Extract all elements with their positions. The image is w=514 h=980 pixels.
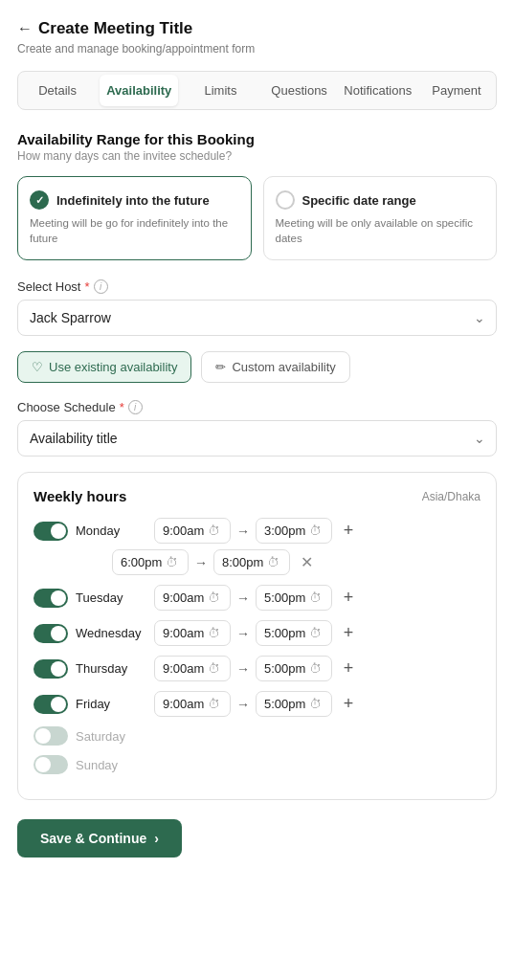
heart-icon: ♡ [32, 360, 43, 374]
schedule-info-icon[interactable]: i [128, 400, 143, 414]
monday-slot-2: 6:00pm ⏱ → 8:00pm ⏱ ✕ [112, 549, 480, 575]
monday-add-btn[interactable]: + [338, 521, 359, 542]
clock-icon: ⏱ [309, 661, 322, 676]
day-row-tuesday: Tuesday 9:00am ⏱ → 5:00pm ⏱ + [34, 585, 480, 611]
availability-range-subtitle: How many days can the invitee schedule? [17, 149, 497, 163]
arrow-icon: → [236, 590, 250, 606]
clock-icon: ⏱ [166, 555, 178, 569]
range-card-specific[interactable]: Specific date range Meeting will be only… [263, 176, 498, 260]
custom-availability-label: Custom availability [232, 360, 335, 374]
toggle-thursday[interactable] [34, 659, 68, 679]
radio-specific[interactable] [276, 190, 295, 210]
use-existing-label: Use existing availability [49, 360, 177, 374]
arrow-icon: → [236, 697, 250, 712]
page-title: Create Meeting Title [38, 19, 192, 38]
friday-add-btn[interactable]: + [338, 694, 359, 715]
schedule-select[interactable]: Availability title [17, 420, 497, 457]
day-row-sunday: Sunday [34, 755, 480, 774]
tuesday-slot-1: 9:00am ⏱ → 5:00pm ⏱ + [154, 585, 480, 611]
custom-availability-btn[interactable]: ✏ Custom availability [201, 351, 349, 383]
range-cards: Indefinitely into the future Meeting wil… [17, 176, 497, 260]
schedule-select-wrapper: Availability title ⌄ [17, 420, 497, 457]
clock-icon: ⏱ [309, 697, 322, 711]
tab-questions[interactable]: Questions [260, 72, 339, 109]
arrow-icon: → [236, 523, 250, 539]
tab-payment[interactable]: Payment [417, 72, 496, 109]
day-friday: Friday [76, 697, 146, 711]
thursday-start-1[interactable]: 9:00am ⏱ [154, 656, 231, 681]
toggle-sunday[interactable] [34, 755, 68, 774]
host-select-wrapper: Jack Sparrow ⌄ [17, 300, 497, 336]
tab-notifications[interactable]: Notifications [339, 72, 417, 109]
monday-end-1[interactable]: 3:00pm ⏱ [256, 518, 332, 544]
chevron-right-icon: › [154, 831, 159, 846]
day-row-wednesday: Wednesday 9:00am ⏱ → 5:00pm ⏱ + [34, 620, 480, 646]
back-header: ← Create Meeting Title [17, 19, 497, 38]
clock-icon: ⏱ [208, 590, 220, 605]
toggle-wednesday[interactable] [34, 624, 68, 643]
friday-slot-1: 9:00am ⏱ → 5:00pm ⏱ + [154, 691, 480, 717]
day-wednesday: Wednesday [76, 626, 146, 640]
pencil-icon: ✏ [215, 360, 226, 374]
schedule-field-label: Choose Schedule * i [17, 400, 497, 414]
clock-icon: ⏱ [309, 523, 322, 538]
save-continue-label: Save & Continue [40, 831, 146, 846]
tuesday-end-1[interactable]: 5:00pm ⏱ [256, 585, 332, 611]
arrow-icon: → [236, 661, 250, 677]
clock-icon: ⏱ [208, 626, 220, 640]
host-info-icon[interactable]: i [94, 279, 108, 294]
toggle-saturday[interactable] [34, 726, 68, 746]
host-field-label: Select Host * i [17, 279, 497, 294]
toggle-monday[interactable] [34, 522, 68, 541]
day-monday: Monday [76, 523, 146, 538]
wednesday-start-1[interactable]: 9:00am ⏱ [154, 620, 231, 646]
clock-icon: ⏱ [309, 626, 322, 640]
range-card-indefinitely-desc: Meeting will be go for indefinitely into… [30, 215, 239, 246]
weekly-title: Weekly hours [34, 488, 126, 504]
weekly-hours-card: Weekly hours Asia/Dhaka Monday 9:00am ⏱ … [17, 472, 497, 800]
monday-remove-slot-btn[interactable]: ✕ [296, 552, 317, 573]
day-row-thursday: Thursday 9:00am ⏱ → 5:00pm ⏱ + [34, 656, 480, 681]
tab-limits[interactable]: Limits [181, 72, 259, 109]
save-continue-button[interactable]: Save & Continue › [17, 819, 182, 858]
friday-end-1[interactable]: 5:00pm ⏱ [256, 691, 332, 717]
tuesday-add-btn[interactable]: + [338, 588, 359, 609]
friday-start-1[interactable]: 9:00am ⏱ [154, 691, 231, 717]
day-row-monday: Monday 9:00am ⏱ → 3:00pm ⏱ + [34, 518, 480, 575]
arrow-icon: → [194, 555, 208, 570]
tab-details[interactable]: Details [18, 72, 97, 109]
tuesday-start-1[interactable]: 9:00am ⏱ [154, 585, 231, 611]
day-sunday: Sunday [76, 758, 146, 772]
range-card-specific-desc: Meeting will be only available on specif… [276, 215, 485, 246]
day-row-friday: Friday 9:00am ⏱ → 5:00pm ⏱ + [34, 691, 480, 717]
back-arrow-icon[interactable]: ← [17, 20, 33, 37]
monday-slot-1: 9:00am ⏱ → 3:00pm ⏱ + [154, 518, 480, 544]
monday-end-2[interactable]: 8:00pm ⏱ [213, 549, 290, 575]
page-subtitle: Create and manage booking/appointment fo… [17, 42, 497, 56]
thursday-add-btn[interactable]: + [338, 658, 359, 679]
wednesday-add-btn[interactable]: + [338, 623, 359, 644]
range-card-indefinitely[interactable]: Indefinitely into the future Meeting wil… [17, 176, 252, 260]
availability-type-buttons: ♡ Use existing availability ✏ Custom ava… [17, 351, 497, 383]
monday-start-2[interactable]: 6:00pm ⏱ [112, 549, 189, 575]
clock-icon: ⏱ [309, 590, 322, 605]
wednesday-end-1[interactable]: 5:00pm ⏱ [256, 620, 332, 646]
radio-indefinitely[interactable] [30, 190, 49, 210]
arrow-icon: → [236, 626, 250, 641]
day-row-saturday: Saturday [34, 726, 480, 746]
timezone-label: Asia/Dhaka [422, 490, 480, 503]
host-select[interactable]: Jack Sparrow [17, 300, 497, 336]
wednesday-slot-1: 9:00am ⏱ → 5:00pm ⏱ + [154, 620, 480, 646]
thursday-end-1[interactable]: 5:00pm ⏱ [256, 656, 332, 681]
monday-start-1[interactable]: 9:00am ⏱ [154, 518, 231, 544]
use-existing-btn[interactable]: ♡ Use existing availability [17, 351, 191, 383]
tab-availability[interactable]: Availability [100, 75, 178, 106]
monday-slot-2-row: 6:00pm ⏱ → 8:00pm ⏱ ✕ [112, 549, 480, 575]
toggle-tuesday[interactable] [34, 589, 68, 608]
toggle-friday[interactable] [34, 695, 68, 714]
clock-icon: ⏱ [267, 555, 279, 569]
tabs-nav: Details Availability Limits Questions No… [17, 71, 497, 110]
day-thursday: Thursday [76, 661, 146, 676]
weekly-header: Weekly hours Asia/Dhaka [34, 488, 480, 504]
availability-range-title: Availability Range for this Booking [17, 131, 497, 147]
